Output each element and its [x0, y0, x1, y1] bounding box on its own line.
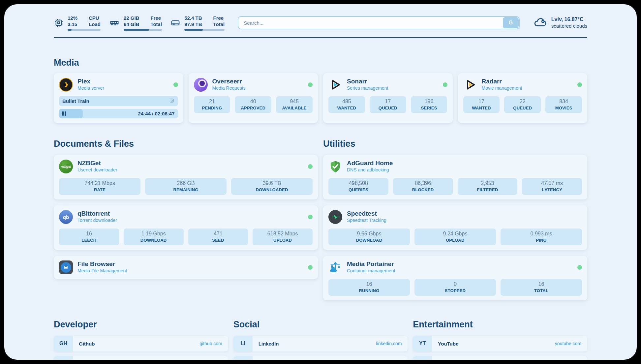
- sonarr-icon: [328, 78, 342, 92]
- service-subtitle: Media server: [77, 85, 104, 92]
- stat-box: 86,396 BLOCKED: [393, 178, 453, 195]
- service-subtitle: Media File Management: [77, 267, 127, 274]
- bookmark-abbr: NF: [413, 356, 432, 360]
- stat-box: 0 STOPPED: [414, 279, 496, 296]
- now-playing-row: Bullet Train: [59, 96, 178, 106]
- stat-box: 17 WANTED: [463, 96, 500, 113]
- disk-free-value: 52.4 TB: [184, 15, 202, 21]
- cpu-widget: 12% CPU 3.15 Load: [54, 15, 101, 31]
- search-bar: G: [238, 16, 520, 29]
- stat-box: 9.24 Gbps UPLOAD: [414, 228, 496, 245]
- memory-free-label: Free: [150, 15, 162, 21]
- stat-box: 22 QUEUED: [504, 96, 541, 113]
- dashboard-page: 12% CPU 3.15 Load: [4, 4, 637, 360]
- service-subtitle: DNS and adblocking: [347, 167, 393, 173]
- cpu-usage-value: 12%: [68, 15, 77, 21]
- disk-drive-icon: [170, 18, 180, 28]
- top-bar: 12% CPU 3.15 Load: [54, 4, 587, 31]
- service-card-plex[interactable]: Plex Media server Bullet Train: [54, 73, 183, 123]
- section-heading-documents: Documents & Files: [54, 139, 318, 149]
- stat-box: 498,508 QUERIES: [328, 178, 388, 195]
- stat-box: 196 SERIES: [411, 96, 447, 113]
- cpu-progress-bar: [68, 29, 101, 31]
- service-subtitle: Usenet downloader: [77, 167, 117, 173]
- qbittorrent-icon: qb: [59, 210, 73, 224]
- status-dot: [443, 82, 447, 87]
- service-card-portainer[interactable]: Media Portainer Container management 16 …: [323, 256, 587, 300]
- bookmark-url: linkedin.com: [376, 336, 408, 351]
- service-card-speedtest[interactable]: Speedtest Speedtest Tracking 9.65 Gbps D…: [323, 205, 587, 250]
- stat-box: 471 SEED: [188, 228, 248, 245]
- stat-box: 618.52 Mbps UPLOAD: [253, 228, 313, 245]
- service-card-overseerr[interactable]: Overseerr Media Requests 21 PENDING 40 A…: [189, 73, 318, 123]
- service-name: Media Portainer: [347, 260, 395, 267]
- service-name: Sonarr: [347, 78, 388, 85]
- service-name: File Browser: [77, 260, 127, 267]
- weather-location-temp: Lviv, 16.87°C: [551, 16, 587, 23]
- service-card-nzbget[interactable]: nzbget NZBGet Usenet downloader 744.21 M…: [54, 155, 318, 199]
- session-stop-icon[interactable]: [169, 98, 175, 105]
- service-subtitle: Series management: [347, 85, 388, 92]
- bookmark-url: twitter.com: [380, 356, 408, 360]
- bookmark-abbr: YT: [413, 336, 432, 351]
- status-dot: [577, 265, 582, 270]
- memory-ram-icon: [109, 18, 120, 28]
- bookmark-abbr: LI: [233, 336, 253, 351]
- memory-free-value: 22 GiB: [124, 15, 139, 21]
- status-dot: [308, 265, 313, 270]
- bookmark-name: Netflix: [432, 356, 453, 360]
- cpu-chip-icon: [54, 18, 64, 28]
- memory-total-label: Total: [150, 21, 162, 27]
- bookmark-url: youtube.com: [555, 336, 587, 351]
- memory-widget: 22 GiB Free 64 GiB Total: [109, 15, 162, 31]
- service-card-adguard[interactable]: AdGuard Home DNS and adblocking 498,508 …: [323, 155, 587, 199]
- bookmark-youtube[interactable]: YT YouTube youtube.com: [413, 336, 587, 351]
- disk-free-label: Free: [213, 15, 225, 21]
- plex-icon: [59, 78, 73, 92]
- service-card-sonarr[interactable]: Sonarr Series management 485 WANTED 17 Q…: [323, 73, 453, 123]
- bookmark-netflix[interactable]: NF Netflix netflix.com: [413, 356, 587, 360]
- section-heading-entertainment: Entertainment: [413, 319, 587, 330]
- service-card-filebrowser[interactable]: File Browser Media File Management: [54, 256, 318, 279]
- weather-widget: Lviv, 16.87°C scattered clouds: [534, 16, 587, 29]
- bookmark-github[interactable]: GH Github github.com: [54, 336, 228, 351]
- section-heading-media: Media: [54, 58, 587, 68]
- bookmark-twitter[interactable]: TW Twitter twitter.com: [233, 356, 408, 360]
- cpu-load-value: 3.15: [68, 21, 77, 27]
- bookmark-url: github.com: [199, 336, 228, 351]
- status-dot: [308, 82, 313, 87]
- service-card-qbittorrent[interactable]: qb qBittorrent Torrent downloader 16: [54, 205, 318, 250]
- pause-icon[interactable]: [62, 111, 66, 116]
- bookmark-linkedin[interactable]: LI LinkedIn linkedin.com: [233, 336, 408, 351]
- stat-box: 9.65 Gbps DOWNLOAD: [328, 228, 410, 245]
- search-input[interactable]: [238, 16, 520, 29]
- bookmark-name: LinkedIn: [253, 336, 279, 351]
- section-heading-utilities: Utilities: [323, 139, 587, 149]
- disk-progress-bar: [184, 29, 225, 31]
- service-name: Plex: [77, 78, 104, 85]
- search-engine-button[interactable]: G: [503, 17, 519, 28]
- service-name: Overseerr: [212, 78, 246, 85]
- service-card-radarr[interactable]: Radarr Movie management 17 WANTED 22 QUE…: [458, 73, 588, 123]
- stat-box: 21 PENDING: [194, 96, 230, 113]
- status-dot: [173, 82, 178, 87]
- radarr-icon: [463, 78, 477, 92]
- disk-total-label: Total: [213, 21, 225, 27]
- status-dot: [577, 82, 582, 87]
- service-name: AdGuard Home: [347, 160, 393, 167]
- service-name: Speedtest: [347, 210, 386, 217]
- bookmark-stackoverflow[interactable]: SO StackOverflow stackoverflow.com: [54, 356, 228, 360]
- service-subtitle: Container management: [347, 267, 395, 274]
- bookmark-url: stackoverflow.com: [184, 356, 228, 360]
- disk-widget: 52.4 TB Free 97.9 TB Total: [170, 15, 225, 31]
- service-name: qBittorrent: [77, 210, 117, 217]
- disk-total-value: 97.9 TB: [184, 21, 202, 27]
- portainer-crane-icon: [328, 260, 342, 274]
- service-subtitle: Media Requests: [212, 85, 246, 92]
- speedtest-pulse-icon: [328, 210, 342, 224]
- weather-condition: scattered clouds: [551, 23, 587, 29]
- bookmark-abbr: SO: [54, 356, 73, 360]
- status-dot: [308, 164, 313, 169]
- adguard-shield-icon: [328, 160, 342, 173]
- service-subtitle: Speedtest Tracking: [347, 217, 386, 224]
